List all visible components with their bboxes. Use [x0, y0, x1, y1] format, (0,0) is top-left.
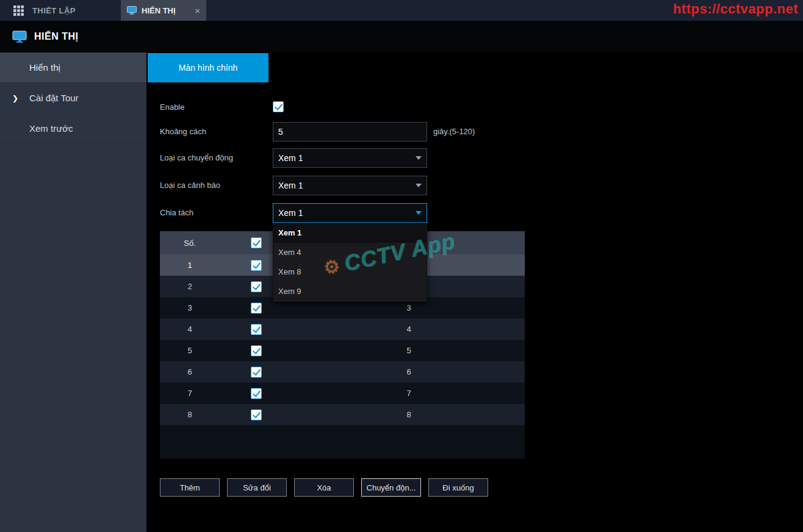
col-header-no: Số.	[160, 239, 220, 248]
app-window: THIẾT LẬP HIỂN THỊ × https://cctvapp.net…	[0, 0, 803, 532]
interval-input[interactable]	[273, 122, 427, 142]
row-no: 5	[160, 346, 220, 355]
row-checkbox[interactable]	[251, 345, 262, 356]
alarm-tour-value: Xem 1	[278, 181, 303, 190]
interval-label: Khoảng cách	[160, 122, 270, 142]
sidebar-item-hien-thi[interactable]: Hiển thị	[0, 52, 146, 83]
split-option[interactable]: Xem 4	[273, 243, 427, 262]
split-option[interactable]: Xem 1	[273, 223, 427, 243]
grid-icon	[13, 5, 24, 16]
table-row[interactable]: 4 4	[160, 318, 525, 340]
motion-tour-value: Xem 1	[278, 153, 303, 163]
row-checkbox[interactable]	[251, 324, 262, 335]
enable-checkbox[interactable]	[273, 101, 284, 112]
row-no: 1	[160, 261, 220, 270]
motion-button[interactable]: Chuyển độn...	[361, 478, 421, 497]
monitor-icon	[127, 6, 137, 15]
sidebar-item-cai-dat-tour[interactable]: ❯ Cài đặt Tour	[0, 83, 146, 113]
move-down-button[interactable]: Đi xuống	[428, 478, 488, 497]
row-no: 2	[160, 282, 220, 291]
row-value: 8	[293, 410, 525, 419]
interval-suffix: giây.(5-120)	[433, 122, 475, 142]
split-option[interactable]: Xem 8	[273, 262, 427, 282]
row-checkbox[interactable]	[251, 260, 262, 271]
tab-thiet-lap-label: THIẾT LẬP	[32, 6, 76, 15]
modify-button[interactable]: Sửa đổi	[227, 478, 287, 497]
table-row[interactable]: 7 7	[160, 383, 525, 404]
row-no: 8	[160, 410, 220, 419]
row-no: 6	[160, 367, 220, 376]
split-option-list: Xem 1 Xem 4 Xem 8 Xem 9	[273, 223, 427, 302]
tab-man-hinh-chinh[interactable]: Màn hình chính	[148, 53, 268, 82]
row-value: 5	[293, 346, 525, 355]
select-all-checkbox[interactable]	[251, 237, 262, 248]
row-value: 3	[293, 303, 525, 312]
split-option[interactable]: Xem 9	[273, 282, 427, 301]
row-value: 7	[293, 389, 525, 398]
sidebar-item-label: Hiển thị	[29, 62, 60, 73]
monitor-icon	[12, 31, 27, 43]
row-checkbox[interactable]	[251, 409, 262, 420]
row-checkbox[interactable]	[251, 303, 262, 314]
row-checkbox[interactable]	[251, 388, 262, 399]
chevron-down-icon	[416, 211, 422, 215]
alarm-tour-label: Loại ca cảnh báo	[160, 176, 270, 195]
enable-label: Enable	[160, 98, 270, 117]
tab-hien-thi-label: HIỂN THỊ	[142, 6, 176, 15]
row-checkbox[interactable]	[251, 367, 262, 378]
tab-hien-thi-top[interactable]: HIỂN THỊ ×	[121, 0, 206, 21]
motion-tour-select[interactable]: Xem 1	[273, 148, 427, 168]
chevron-down-icon	[416, 184, 422, 187]
split-value: Xem 1	[278, 208, 303, 218]
row-value: 4	[293, 325, 525, 334]
delete-button[interactable]: Xóa	[294, 478, 354, 497]
split-label: Chia tách	[160, 203, 270, 223]
motion-tour-label: Loại ca chuyển động	[160, 148, 270, 168]
close-tab-icon[interactable]: ×	[195, 5, 200, 16]
row-value: 6	[293, 367, 525, 376]
alarm-tour-select[interactable]: Xem 1	[273, 176, 427, 195]
sidebar: Hiển thị ❯ Cài đặt Tour Xem trước	[0, 52, 146, 532]
row-no: 4	[160, 325, 220, 334]
tab-thiet-lap[interactable]: THIẾT LẬP	[0, 0, 121, 21]
table-row[interactable]: 8 8	[160, 404, 525, 425]
chevron-right-icon: ❯	[12, 94, 18, 102]
sidebar-item-label: Xem trước	[29, 123, 73, 134]
row-checkbox[interactable]	[251, 281, 262, 292]
row-no: 3	[160, 303, 220, 312]
add-button[interactable]: Thêm	[160, 478, 220, 497]
table-row[interactable]: 6 6	[160, 361, 525, 383]
sidebar-item-label: Cài đặt Tour	[29, 93, 79, 103]
page-header: HIỂN THỊ	[0, 21, 803, 52]
table-row[interactable]: 5 5	[160, 340, 525, 361]
chevron-down-icon	[416, 156, 422, 160]
row-no: 7	[160, 389, 220, 398]
split-select[interactable]: Xem 1	[273, 203, 427, 223]
page-title: HIỂN THỊ	[34, 31, 78, 42]
main-content: Màn hình chính Enable Khoảng cách giây.(…	[146, 52, 803, 532]
watermark-site-url: https://cctvapp.net	[673, 1, 798, 17]
sidebar-item-xem-truoc[interactable]: Xem trước	[0, 113, 146, 144]
